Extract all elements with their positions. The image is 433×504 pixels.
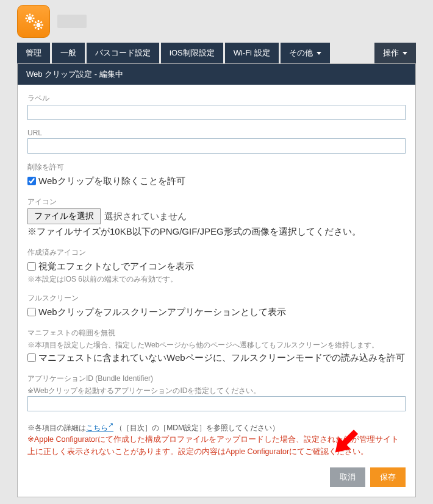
fullscreen-label: フルスクリーン	[27, 293, 406, 303]
icon-label: アイコン	[27, 197, 406, 207]
svg-point-9	[37, 23, 41, 27]
precomposed-label: 作成済みアイコン	[27, 247, 406, 258]
tab-general[interactable]: 一般	[52, 43, 85, 63]
svg-rect-8	[31, 20, 34, 22]
app-header	[0, 0, 433, 43]
label-input[interactable]	[27, 105, 406, 120]
ignore-manifest-help: ※本項目を設定した場合、指定したWebページから他のページへ遷移してもフルスクリ…	[27, 339, 406, 350]
allow-remove-label: 削除を許可	[27, 162, 406, 172]
save-button[interactable]: 保存	[370, 467, 406, 487]
fullscreen-text: Webクリップをフルスクリーンアプリケーションとして表示	[38, 305, 286, 319]
url-label: URL	[27, 129, 406, 137]
precomposed-text: 視覚エフェクトなしでアイコンを表示	[38, 259, 194, 274]
footer-notes: ※各項目の詳細はこちら↗ （［目次］の［MDM設定］を参照してください） ※Ap…	[27, 420, 406, 458]
tab-other[interactable]: その他	[281, 43, 330, 63]
field-label: ラベル	[27, 93, 406, 120]
svg-rect-6	[26, 20, 29, 22]
bundle-id-input[interactable]	[27, 396, 406, 411]
svg-rect-16	[34, 21, 37, 23]
button-row: 取消 保存	[27, 467, 406, 487]
svg-rect-12	[34, 24, 35, 26]
field-bundle-id: アプリケーションID (Bundle Identifier) ※Webクリップを…	[27, 374, 406, 411]
svg-rect-3	[26, 18, 27, 19]
cancel-button[interactable]: 取消	[330, 467, 365, 487]
svg-rect-10	[38, 20, 40, 22]
svg-rect-7	[26, 15, 29, 17]
field-fullscreen: フルスクリーン Webクリップをフルスクリーンアプリケーションとして表示	[27, 293, 406, 319]
label-label: ラベル	[27, 93, 406, 104]
url-input[interactable]	[27, 138, 406, 154]
allow-remove-text: Webクリップを取り除くことを許可	[38, 174, 185, 188]
svg-rect-13	[41, 24, 43, 26]
action-menu-button[interactable]: 操作	[374, 43, 416, 63]
field-precomposed: 作成済みアイコン 視覚エフェクトなしでアイコンを表示 ※本設定はiOS 6以前の…	[27, 247, 406, 285]
svg-rect-4	[33, 18, 35, 19]
icon-help: ※ファイルサイズが10KB以下のPNG/GIF/JPEG形式の画像を選択してくだ…	[27, 224, 406, 239]
svg-rect-1	[29, 14, 30, 16]
ignore-manifest-text: マニフェストに含まれていないWebページに、フルスクリーンモードでの読み込みを許…	[38, 350, 405, 365]
note-prefix: ※各項目の詳細は	[27, 424, 86, 432]
file-status: 選択されていません	[104, 211, 187, 222]
panel-title: Web クリップ設定 - 編集中	[18, 64, 415, 85]
svg-rect-17	[40, 26, 42, 29]
precomposed-checkbox[interactable]	[27, 262, 36, 271]
tab-manage[interactable]: 管理	[17, 43, 50, 63]
field-ignore-manifest: マニフェストの範囲を無視 ※本項目を設定した場合、指定したWebページから他のペ…	[27, 328, 406, 365]
fullscreen-checkbox[interactable]	[27, 308, 36, 316]
bundle-id-help: ※Webクリップを起動するアプリケーションのIDを指定してください。	[27, 385, 406, 396]
svg-rect-11	[38, 28, 40, 30]
svg-point-0	[28, 16, 32, 20]
svg-rect-14	[40, 21, 42, 23]
tab-passcode[interactable]: パスコード設定	[87, 43, 159, 63]
precomposed-help: ※本設定はiOS 6以前の端末でのみ有効です。	[27, 274, 406, 285]
app-logo-icon	[17, 5, 50, 38]
field-icon: アイコン ファイルを選択 選択されていません ※ファイルサイズが10KB以下のP…	[27, 197, 406, 239]
tabs-row: 管理 一般 パスコード設定 iOS制限設定 Wi-Fi 設定 その他 操作	[0, 43, 433, 63]
note-suffix: （［目次］の［MDM設定］を参照してください）	[115, 424, 279, 432]
tab-wifi[interactable]: Wi-Fi 設定	[225, 43, 279, 63]
ignore-manifest-checkbox[interactable]	[27, 353, 36, 362]
ignore-manifest-label: マニフェストの範囲を無視	[27, 328, 406, 338]
warning-text: ※Apple Configuratorにて作成した構成プロファイルをアップロード…	[27, 433, 406, 458]
allow-remove-checkbox[interactable]	[27, 177, 36, 185]
field-url: URL	[27, 129, 406, 154]
field-allow-remove: 削除を許可 Webクリップを取り除くことを許可	[27, 162, 406, 188]
settings-panel: Web クリップ設定 - 編集中 ラベル URL 削除を許可 Webクリップを取…	[17, 63, 416, 497]
external-link-icon: ↗	[108, 421, 113, 428]
details-link[interactable]: こちら↗	[86, 424, 113, 432]
svg-rect-15	[34, 26, 37, 29]
svg-rect-5	[31, 15, 34, 17]
tab-ios-restrict[interactable]: iOS制限設定	[161, 43, 223, 63]
svg-rect-2	[29, 21, 30, 23]
app-title-redacted	[57, 15, 87, 28]
file-select-button[interactable]: ファイルを選択	[27, 208, 101, 224]
bundle-id-label: アプリケーションID (Bundle Identifier)	[27, 374, 406, 384]
